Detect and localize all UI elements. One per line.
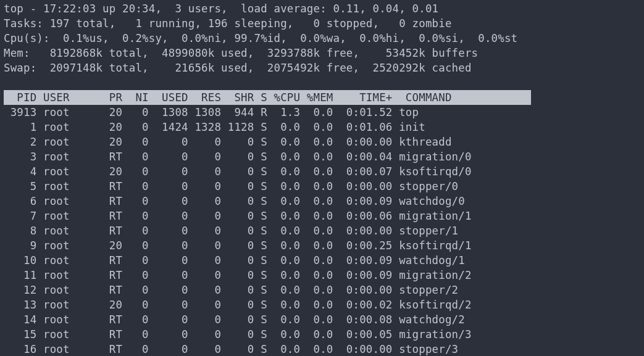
process-list: 3913 root 20 0 1308 1308 944 R 1.3 0.0 0…	[4, 106, 472, 355]
summary-line-5: Swap: 2097148k total, 21656k used, 20754…	[4, 62, 472, 74]
column-header-row[interactable]: PID USER PR NI USED RES SHR S %CPU %MEM …	[4, 90, 531, 105]
summary-line-1: top - 17:22:03 up 20:34, 3 users, load a…	[4, 2, 438, 15]
summary-line-2: Tasks: 197 total, 1 running, 196 sleepin…	[4, 17, 452, 30]
summary-line-3: Cpu(s): 0.1%us, 0.2%sy, 0.0%ni, 99.7%id,…	[4, 32, 517, 44]
top-terminal[interactable]: top - 17:22:03 up 20:34, 3 users, load a…	[0, 0, 644, 356]
summary-line-4: Mem: 8192868k total, 4899080k used, 3293…	[4, 47, 478, 59]
